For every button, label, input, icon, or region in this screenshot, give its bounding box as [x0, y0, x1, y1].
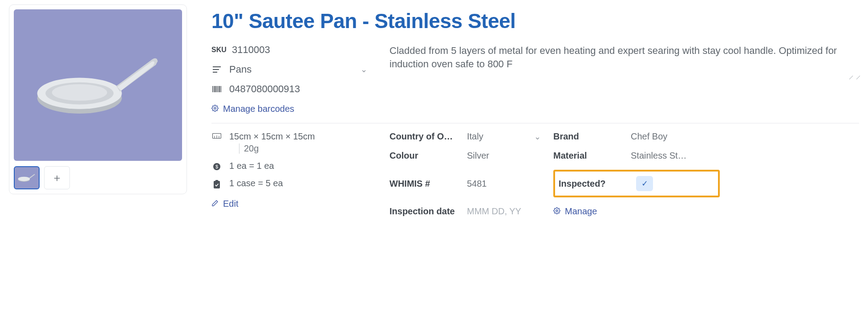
- svg-point-26: [556, 210, 558, 212]
- pan-illustration: [29, 44, 167, 127]
- country-select[interactable]: Italy ⌄: [467, 131, 543, 142]
- check-icon: ✓: [641, 179, 648, 188]
- category-select[interactable]: Pans ⌄: [211, 64, 376, 75]
- country-label: Country of O…: [389, 131, 456, 142]
- inspected-label: Inspected?: [559, 179, 625, 189]
- description-text[interactable]: Cladded from 5 layers of metal for even …: [389, 44, 859, 70]
- ruler-icon: [211, 133, 222, 139]
- sku-label: SKU: [211, 46, 225, 54]
- category-value: Pans: [229, 64, 251, 75]
- svg-rect-7: [213, 69, 219, 70]
- manage-barcodes-link[interactable]: Manage barcodes: [211, 104, 376, 114]
- brand-label: Brand: [553, 131, 620, 142]
- svg-text:$: $: [215, 164, 218, 169]
- brand-value[interactable]: Chef Boy: [631, 131, 720, 142]
- edit-label: Edit: [223, 199, 238, 209]
- svg-rect-13: [217, 86, 218, 92]
- sku-row: SKU 3110003: [211, 44, 376, 56]
- image-panel: ＋: [9, 4, 187, 194]
- chevron-down-icon: ⌄: [534, 132, 541, 142]
- case-eq-text: 1 case = 5 ea: [229, 178, 283, 188]
- svg-rect-25: [215, 180, 218, 182]
- whimis-value[interactable]: 5481: [467, 179, 543, 189]
- manage-barcodes-label: Manage barcodes: [223, 104, 294, 114]
- inspected-checkbox[interactable]: ✓: [636, 176, 653, 191]
- unit-eq-text: 1 ea = 1 ea: [229, 161, 274, 171]
- description-value: Cladded from 5 layers of metal for even …: [389, 45, 837, 70]
- svg-rect-6: [213, 66, 221, 67]
- svg-rect-12: [216, 86, 216, 92]
- inspection-date-input[interactable]: MMM DD, YY: [467, 206, 543, 217]
- clipboard-icon: [211, 180, 222, 189]
- svg-rect-15: [219, 86, 220, 92]
- manage-label: Manage: [565, 206, 597, 217]
- barcode-value: 0487080000913: [229, 83, 300, 95]
- svg-rect-24: [214, 181, 220, 188]
- chevron-down-icon: ⌄: [361, 65, 367, 74]
- add-image-button[interactable]: ＋: [44, 166, 70, 189]
- svg-rect-8: [213, 72, 217, 73]
- edit-link[interactable]: Edit: [211, 199, 376, 209]
- country-value: Italy: [467, 131, 483, 142]
- weight-text: 20g: [239, 143, 315, 154]
- svg-point-3: [52, 84, 107, 101]
- svg-rect-9: [212, 86, 213, 92]
- svg-rect-14: [218, 86, 219, 92]
- thumbnail-selected[interactable]: [14, 166, 40, 189]
- resize-handle-icon[interactable]: ⟋⟋: [848, 73, 862, 82]
- inspected-highlight: Inspected? ✓: [553, 170, 720, 197]
- dimensions-row: 15cm × 15cm × 15cm 20g: [211, 131, 376, 154]
- colour-value[interactable]: Silver: [467, 151, 543, 161]
- colour-label: Colour: [389, 151, 456, 161]
- barcode-row: 0487080000913: [211, 83, 376, 95]
- dimensions-text: 15cm × 15cm × 15cm: [229, 131, 315, 142]
- unit-eq-row: $ 1 ea = 1 ea: [211, 161, 376, 171]
- product-title: 10" Sautee Pan - Stainless Steel: [211, 9, 859, 33]
- whimis-label: WHIMIS #: [389, 179, 456, 189]
- material-label: Material: [553, 151, 620, 161]
- sku-value: 3110003: [232, 44, 270, 56]
- svg-rect-11: [215, 86, 215, 92]
- case-eq-row: 1 case = 5 ea: [211, 178, 376, 189]
- list-icon: [211, 66, 222, 73]
- manage-attributes-link[interactable]: Manage: [553, 206, 720, 217]
- svg-rect-10: [214, 86, 214, 92]
- gear-icon: [211, 104, 219, 114]
- pencil-icon: [211, 199, 219, 209]
- dollar-icon: $: [211, 163, 222, 171]
- barcode-icon: [211, 86, 222, 92]
- product-image: [14, 9, 182, 161]
- material-value[interactable]: Stainless St…: [631, 151, 720, 161]
- inspection-date-label: Inspection date: [389, 206, 456, 217]
- plus-icon: ＋: [52, 171, 62, 185]
- svg-rect-16: [221, 86, 222, 92]
- svg-point-17: [214, 107, 216, 109]
- gear-icon: [553, 206, 560, 217]
- svg-point-5: [18, 177, 30, 181]
- divider: [211, 123, 859, 123]
